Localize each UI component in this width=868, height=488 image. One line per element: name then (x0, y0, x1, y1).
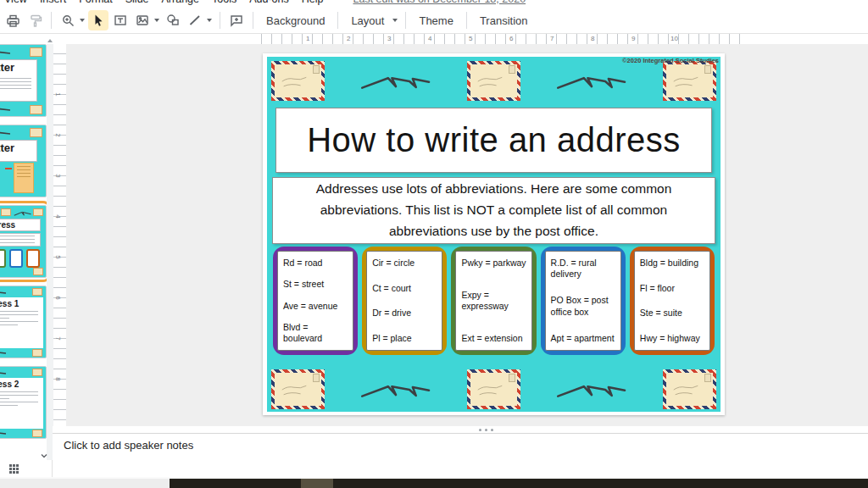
ruler-number: 5 (54, 255, 62, 258)
slide-subtitle: Addresses use lots of abbreviations. Her… (292, 179, 697, 241)
toolbar-separator (466, 12, 467, 29)
layout-button[interactable]: Layout (343, 10, 392, 30)
speaker-notes-panel[interactable]: Click to add speaker notes (53, 434, 868, 477)
menu-view[interactable]: View (4, 0, 27, 5)
select-tool-button[interactable] (88, 10, 108, 30)
line-dropdown-caret[interactable] (207, 19, 212, 22)
ruler-number: 1 (306, 35, 309, 42)
airmail-envelope-icon[interactable] (271, 369, 325, 409)
bottom-dark-bar (170, 479, 868, 488)
ruler-number: 6 (509, 35, 513, 42)
abbr-box-circle-court[interactable]: Cir = circle Ct = court Dr = drive Pl = … (362, 247, 447, 355)
squiggle-icon[interactable] (528, 379, 655, 401)
abbr-entry: Ave = avenue (283, 301, 349, 312)
airmail-envelope-icon[interactable] (663, 61, 716, 101)
grid-view-icon[interactable] (9, 464, 19, 474)
abbr-entry: Blvd = boulevard (283, 322, 349, 344)
ruler-number: 8 (591, 35, 594, 42)
envelope-icon (30, 47, 42, 57)
filmstrip-scroll-up-icon[interactable] (47, 39, 53, 42)
menu-insert[interactable]: Insert (40, 0, 66, 5)
toolbar-separator (220, 12, 220, 29)
abbr-entry: Pwky = parkway (461, 258, 527, 269)
toolbar-separator (253, 12, 253, 29)
menu-help[interactable]: Help (302, 0, 324, 5)
speaker-notes-placeholder[interactable]: Click to add speaker notes (64, 439, 193, 452)
print-button[interactable] (3, 10, 23, 30)
slide-thumbnail-4[interactable]: address 1 (0, 286, 47, 358)
envelope-icon (33, 208, 43, 216)
image-dropdown-caret[interactable] (154, 19, 159, 22)
filmstrip-scroll-down-icon[interactable] (40, 452, 48, 460)
layout-dropdown-caret[interactable] (392, 19, 398, 22)
slide-thumbnail-1[interactable]: Letter (0, 44, 47, 117)
abbr-entry: Ste = suite (640, 308, 706, 319)
squiggle-icon[interactable] (332, 70, 459, 92)
airmail-envelope-icon[interactable] (467, 369, 520, 409)
theme-button[interactable]: Theme (411, 10, 460, 30)
menu-tools[interactable]: Tools (212, 0, 236, 5)
menu-arrange[interactable]: Arrange (162, 0, 199, 5)
toolbar-separator (405, 12, 406, 29)
airmail-envelope-icon[interactable] (271, 61, 325, 101)
abbr-entry: Expy = expressway (461, 290, 527, 312)
abbr-box-streets[interactable]: Rd = road St = street Ave = avenue Blvd … (273, 247, 358, 355)
current-slide[interactable]: ©2020 Integrated Social Studies How to w… (263, 53, 725, 415)
abbr-box-parkway[interactable]: Pwky = parkway Expy = expressway Ext = e… (451, 247, 536, 355)
menu-format[interactable]: Format (79, 0, 113, 5)
mini-abbr-box (0, 249, 6, 268)
zoom-icon (61, 14, 75, 28)
airmail-envelope-icon[interactable] (467, 61, 520, 101)
copyright-text: ©2020 Integrated Social Studies (622, 57, 719, 64)
paint-format-button[interactable] (25, 10, 45, 30)
abbr-entry: Rd = road (283, 258, 349, 269)
squiggle-icon (0, 129, 17, 137)
abbr-box-rural-delivery[interactable]: R.D. = rural delivery PO Box = post offi… (541, 247, 626, 355)
menu-addons[interactable]: Add-ons (249, 0, 289, 5)
slide-thumbnail-3-selected[interactable]: address (0, 205, 47, 278)
abbr-entry: St = street (283, 279, 349, 290)
comment-icon (229, 13, 244, 28)
insert-comment-button[interactable] (226, 10, 247, 30)
vertical-ruler[interactable]: 1 2 3 4 5 6 7 8 (53, 44, 66, 426)
background-button[interactable]: Background (259, 10, 332, 30)
slide-thumbnail-5[interactable]: address 2 (0, 366, 47, 439)
slide-subtitle-box[interactable]: Addresses use lots of abbreviations. Her… (272, 177, 715, 244)
image-icon (135, 13, 150, 28)
notes-resize-divider[interactable] (53, 426, 868, 434)
bottom-bar-highlight (301, 479, 333, 488)
slide-thumbnail-2[interactable]: Letter (0, 125, 47, 197)
insert-line-button[interactable] (185, 10, 205, 30)
menu-slide[interactable]: Slide (125, 0, 149, 5)
toolbar-separator (51, 12, 52, 29)
envelope-icon (33, 268, 43, 275)
abbr-box-building[interactable]: Bldg = building Fl = floor Ste = suite H… (630, 247, 715, 355)
notes-drag-handle-icon[interactable] (479, 429, 493, 431)
paint-roller-icon (28, 14, 42, 28)
squiggle-icon[interactable] (528, 70, 655, 92)
zoom-button[interactable] (58, 10, 78, 30)
abbr-entry: Fl = floor (640, 283, 706, 294)
text-box-button[interactable] (110, 10, 131, 30)
transition-button[interactable]: Transition (472, 10, 536, 30)
insert-image-button[interactable] (132, 10, 153, 30)
horizontal-ruler[interactable]: 1 2 3 4 5 6 7 8 9 10 (66, 34, 868, 44)
squiggle-icon[interactable] (332, 379, 459, 401)
envelope-icon (32, 349, 42, 357)
slide-canvas-area[interactable]: ©2020 Integrated Social Studies How to w… (66, 44, 868, 426)
envelope-icon (32, 430, 42, 437)
insert-shape-button[interactable] (163, 10, 183, 30)
ruler-corner (53, 34, 66, 44)
arrow-icon (5, 168, 12, 169)
slide-title-box[interactable]: How to write an address (275, 108, 712, 173)
abbr-entry: Cir = circle (372, 258, 438, 269)
last-edit-link[interactable]: Last edit was on December 18, 2020 (353, 0, 526, 5)
thumbnail-title: address (0, 220, 40, 230)
airmail-envelope-icon[interactable] (663, 369, 716, 409)
squiggle-icon (0, 369, 8, 377)
squiggle-icon (14, 209, 32, 218)
zoom-dropdown-caret[interactable] (80, 19, 85, 22)
envelope-row-top (271, 59, 716, 102)
filmstrip-scrollbar[interactable] (47, 44, 53, 460)
printer-icon (6, 14, 20, 28)
